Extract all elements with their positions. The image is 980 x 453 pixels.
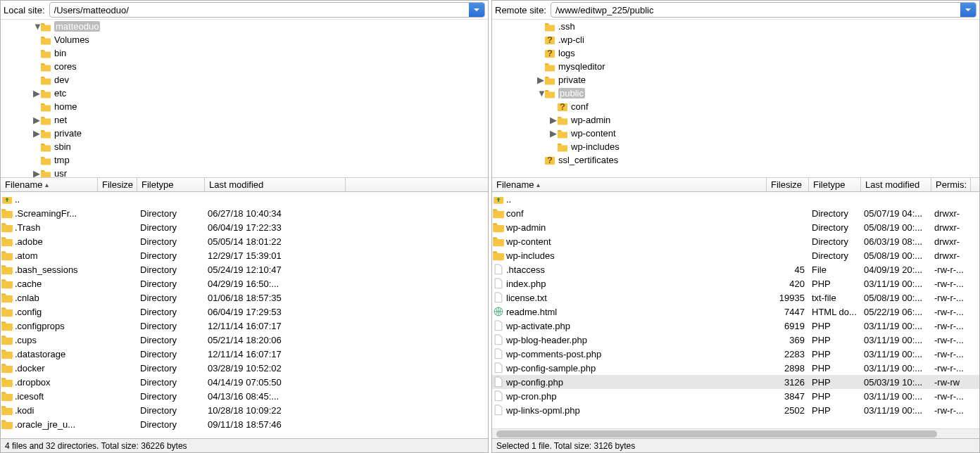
- expand-toggle-icon[interactable]: ▼: [33, 21, 40, 32]
- cell-type: Directory: [137, 349, 205, 359]
- tree-item[interactable]: tmp: [1, 153, 488, 167]
- tree-item[interactable]: home: [1, 100, 488, 113]
- tree-item[interactable]: .wp-cli: [492, 33, 979, 46]
- cell-mod: 05/08/19 00:...: [861, 222, 931, 233]
- tree-item[interactable]: ▶ wp-admin: [492, 113, 979, 127]
- local-tree[interactable]: ▼ matteoduo Volumes bin cores dev ▶ etc: [1, 20, 488, 178]
- expand-toggle-icon[interactable]: ▶: [550, 115, 557, 125]
- remote-header-name[interactable]: Filename▴: [492, 178, 767, 191]
- expand-toggle-icon[interactable]: ▶: [537, 75, 544, 85]
- local-path-input[interactable]: [50, 5, 469, 15]
- tree-item[interactable]: ▼ public: [492, 87, 979, 100]
- file-row[interactable]: wp-admin Directory 05/08/19 00:... drwxr…: [492, 220, 979, 234]
- file-row[interactable]: .kodi Directory 10/28/18 10:09:22: [1, 403, 488, 417]
- remote-path-input[interactable]: [551, 5, 960, 15]
- file-row[interactable]: wp-activate.php 6919 PHP 03/11/19 00:...…: [492, 319, 979, 333]
- cell-mod: 03/11/19 00:...: [861, 335, 931, 345]
- cell-name: wp-activate.php: [505, 321, 570, 331]
- file-row[interactable]: wp-includes Directory 05/08/19 00:... dr…: [492, 248, 979, 262]
- file-row[interactable]: .dropbox Directory 04/14/19 07:05:50: [1, 375, 488, 389]
- remote-header-perm[interactable]: Permis:: [931, 178, 971, 191]
- tree-item[interactable]: sbin: [1, 140, 488, 153]
- tree-item[interactable]: conf: [492, 100, 979, 113]
- file-row[interactable]: .cups Directory 05/21/14 18:20:06: [1, 333, 488, 347]
- expand-toggle-icon[interactable]: ▶: [33, 128, 40, 139]
- tree-item[interactable]: mysqleditor: [492, 60, 979, 73]
- cell-type: Directory: [137, 363, 205, 374]
- tree-item[interactable]: bin: [1, 46, 488, 60]
- remote-header-mod[interactable]: Last modified: [861, 178, 931, 191]
- file-row[interactable]: wp-content Directory 06/03/19 08:... drw…: [492, 234, 979, 248]
- tree-item[interactable]: ▶ usr: [1, 167, 488, 177]
- tree-item[interactable]: dev: [1, 73, 488, 87]
- cell-mod: 06/04/19 17:29:53: [205, 307, 346, 317]
- file-row[interactable]: wp-cron.php 3847 PHP 03/11/19 00:... -rw…: [492, 389, 979, 403]
- local-path-dropdown[interactable]: [469, 3, 484, 17]
- file-row[interactable]: wp-config-sample.php 2898 PHP 03/11/19 0…: [492, 361, 979, 375]
- remote-header-size[interactable]: Filesize: [767, 178, 809, 191]
- remote-tree[interactable]: .ssh .wp-cli logs mysqleditor ▶ private …: [492, 20, 979, 178]
- file-row[interactable]: .Trash Directory 06/04/19 17:22:33: [1, 220, 488, 234]
- file-row[interactable]: .bash_sessions Directory 05/24/19 12:10:…: [1, 262, 488, 276]
- local-site-select[interactable]: [49, 2, 485, 18]
- expand-toggle-icon[interactable]: ▶: [550, 128, 557, 139]
- tree-item[interactable]: wp-includes: [492, 140, 979, 153]
- expand-toggle-icon[interactable]: ▶: [33, 115, 40, 125]
- file-row[interactable]: wp-links-opml.php 2502 PHP 03/11/19 00:.…: [492, 403, 979, 417]
- file-row[interactable]: .cnlab Directory 01/06/18 18:57:35: [1, 291, 488, 305]
- file-row[interactable]: ..: [1, 192, 488, 206]
- tree-item[interactable]: ▶ etc: [1, 87, 488, 100]
- folder-icon: [1, 390, 13, 402]
- tree-item[interactable]: cores: [1, 60, 488, 73]
- tree-item[interactable]: logs: [492, 46, 979, 60]
- file-row[interactable]: .docker Directory 03/28/19 10:52:02: [1, 361, 488, 375]
- file-row[interactable]: ..: [492, 192, 979, 206]
- file-row[interactable]: license.txt 19935 txt-file 05/08/19 00:.…: [492, 291, 979, 305]
- local-header-size[interactable]: Filesize: [98, 178, 137, 191]
- file-row[interactable]: .config Directory 06/04/19 17:29:53: [1, 305, 488, 319]
- local-filelist[interactable]: .. .ScreamingFr... Directory 06/27/18 10…: [1, 192, 488, 438]
- local-header-type[interactable]: Filetype: [137, 178, 205, 191]
- file-row[interactable]: wp-comments-post.php 2283 PHP 03/11/19 0…: [492, 347, 979, 361]
- file-row[interactable]: .atom Directory 12/29/17 15:39:01: [1, 248, 488, 262]
- remote-hscrollbar[interactable]: [492, 428, 979, 438]
- file-row[interactable]: wp-config.php 3126 PHP 05/03/19 10:... -…: [492, 375, 979, 389]
- tree-item[interactable]: ▶ net: [1, 113, 488, 127]
- remote-path-dropdown[interactable]: [960, 3, 976, 17]
- cell-type: Directory: [137, 419, 205, 430]
- file-row[interactable]: .oracle_jre_u... Directory 09/11/18 18:5…: [1, 417, 488, 431]
- cell-mod: 03/28/19 10:52:02: [205, 363, 346, 374]
- tree-item[interactable]: ssl_certificates: [492, 153, 979, 167]
- local-header-name[interactable]: Filename▴: [1, 178, 98, 191]
- remote-site-select[interactable]: [551, 2, 976, 18]
- tree-item[interactable]: Volumes: [1, 33, 488, 46]
- expand-toggle-icon[interactable]: ▶: [33, 168, 40, 177]
- tree-item[interactable]: ▶ wp-content: [492, 127, 979, 140]
- expand-toggle-icon[interactable]: ▶: [33, 88, 40, 98]
- cell-mod: 03/11/19 00:...: [861, 279, 931, 289]
- file-row[interactable]: .cache Directory 04/29/19 16:50:...: [1, 276, 488, 291]
- file-row[interactable]: .configprops Directory 12/11/14 16:07:17: [1, 319, 488, 333]
- tree-item-label: .wp-cli: [558, 34, 584, 45]
- folder-icon: [1, 292, 13, 303]
- tree-item[interactable]: .ssh: [492, 20, 979, 33]
- tree-item[interactable]: ▶ private: [492, 73, 979, 87]
- folder-icon: [1, 306, 13, 317]
- expand-toggle-icon[interactable]: ▼: [537, 88, 544, 98]
- file-row[interactable]: conf Directory 05/07/19 04:... drwxr-: [492, 206, 979, 220]
- file-row[interactable]: .adobe Directory 05/05/14 18:01:22: [1, 234, 488, 248]
- remote-header-type[interactable]: Filetype: [809, 178, 861, 191]
- file-row[interactable]: .datastorage Directory 12/11/14 16:07:17: [1, 347, 488, 361]
- file-row[interactable]: .htaccess 45 File 04/09/19 20:... -rw-r-…: [492, 262, 979, 276]
- file-row[interactable]: readme.html 7447 HTML do... 05/22/19 06:…: [492, 305, 979, 319]
- tree-item[interactable]: ▼ matteoduo: [1, 20, 488, 33]
- file-row[interactable]: index.php 420 PHP 03/11/19 00:... -rw-r-…: [492, 276, 979, 291]
- file-row[interactable]: wp-blog-header.php 369 PHP 03/11/19 00:.…: [492, 333, 979, 347]
- file-row[interactable]: .icesoft Directory 04/13/16 08:45:...: [1, 389, 488, 403]
- file-row[interactable]: .ScreamingFr... Directory 06/27/18 10:40…: [1, 206, 488, 220]
- local-header-mod[interactable]: Last modified: [205, 178, 346, 191]
- tree-item[interactable]: ▶ private: [1, 127, 488, 140]
- cell-mod: 06/27/18 10:40:34: [205, 208, 346, 219]
- cell-name: .docker: [13, 363, 45, 374]
- remote-filelist[interactable]: .. conf Directory 05/07/19 04:... drwxr-…: [492, 192, 979, 428]
